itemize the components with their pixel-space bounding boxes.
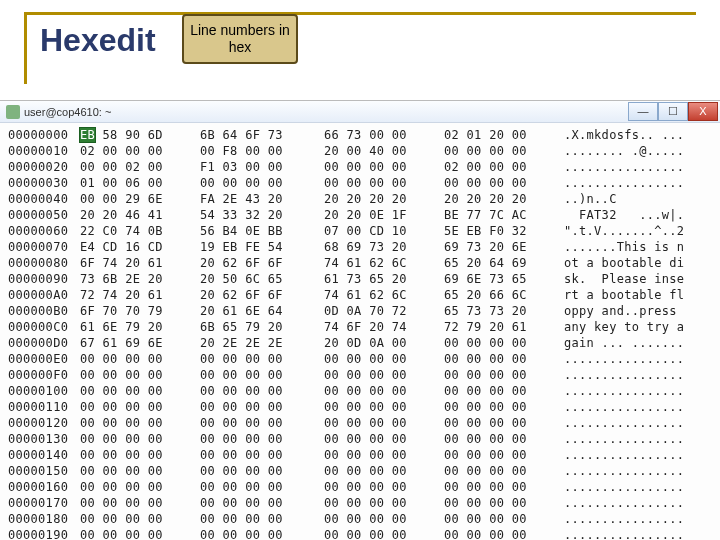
hex-group: 20 00 40 00 (324, 143, 444, 159)
ascii: ................ (564, 159, 712, 175)
hex-group: 6B 64 6F 73 (200, 127, 324, 143)
hex-row: 000000A072 74 20 61 20 62 6F 6F 74 61 62… (8, 287, 712, 303)
hex-group: 20 20 20 20 (324, 191, 444, 207)
hex-group: 00 00 00 00 (324, 431, 444, 447)
hex-group: 00 00 00 00 (80, 447, 200, 463)
hex-group: 69 73 20 6E (444, 239, 564, 255)
offset: 00000090 (8, 271, 80, 287)
hex-group: 00 00 00 00 (200, 415, 324, 431)
hex-group: 00 00 00 00 (80, 367, 200, 383)
offset: 00000010 (8, 143, 80, 159)
hex-group: 00 00 00 00 (444, 399, 564, 415)
hex-group: 6F 70 70 79 (80, 303, 200, 319)
hex-group: 00 00 00 00 (80, 351, 200, 367)
hex-row: 0000015000 00 00 00 00 00 00 00 00 00 00… (8, 463, 712, 479)
hex-group: 00 00 00 00 (324, 463, 444, 479)
offset: 00000080 (8, 255, 80, 271)
offset: 00000140 (8, 447, 80, 463)
ascii: ................ (564, 351, 712, 367)
hex-row: 0000016000 00 00 00 00 00 00 00 00 00 00… (8, 479, 712, 495)
hex-row: 0000012000 00 00 00 00 00 00 00 00 00 00… (8, 415, 712, 431)
hex-group: 00 00 00 00 (324, 479, 444, 495)
hex-row: 0000004000 00 29 6E FA 2E 43 20 20 20 20… (8, 191, 712, 207)
hex-group: 00 00 00 00 (80, 527, 200, 540)
offset: 00000130 (8, 431, 80, 447)
hex-group: 67 61 69 6E (80, 335, 200, 351)
hex-group: 07 00 CD 10 (324, 223, 444, 239)
hex-group: 20 50 6C 65 (200, 271, 324, 287)
hex-group: 00 00 00 00 (80, 511, 200, 527)
hex-group: 00 00 00 00 (200, 383, 324, 399)
offset: 00000150 (8, 463, 80, 479)
hex-group: 19 EB FE 54 (200, 239, 324, 255)
maximize-button[interactable]: ☐ (658, 102, 688, 121)
hex-group: 20 20 0E 1F (324, 207, 444, 223)
hex-group: 00 00 00 00 (444, 431, 564, 447)
hex-group: 00 00 00 00 (200, 351, 324, 367)
hex-group: 02 00 00 00 (444, 159, 564, 175)
hex-group: 00 00 00 00 (324, 447, 444, 463)
offset: 00000100 (8, 383, 80, 399)
hex-group: 74 61 62 6C (324, 287, 444, 303)
ascii: ................ (564, 383, 712, 399)
offset: 00000000 (8, 127, 80, 143)
close-button[interactable]: X (688, 102, 718, 121)
hex-row: 0000019000 00 00 00 00 00 00 00 00 00 00… (8, 527, 712, 540)
hex-group: 00 00 00 00 (80, 431, 200, 447)
hex-group: 65 20 66 6C (444, 287, 564, 303)
offset: 00000170 (8, 495, 80, 511)
hex-group: 00 00 00 00 (324, 399, 444, 415)
hex-group: 00 00 00 00 (444, 175, 564, 191)
hex-group: 72 79 20 61 (444, 319, 564, 335)
offset: 000000A0 (8, 287, 80, 303)
hex-group: 20 61 6E 64 (200, 303, 324, 319)
hex-group: 73 6B 2E 20 (80, 271, 200, 287)
ascii: ................ (564, 431, 712, 447)
hex-group: 20 0D 0A 00 (324, 335, 444, 351)
hex-row: 0000011000 00 00 00 00 00 00 00 00 00 00… (8, 399, 712, 415)
hex-group: 00 00 00 00 (444, 495, 564, 511)
slide-title: Hexedit (34, 22, 162, 59)
hex-group: 00 00 00 00 (444, 527, 564, 540)
hex-group: 00 00 00 00 (80, 399, 200, 415)
offset: 000000B0 (8, 303, 80, 319)
hex-group: 00 00 00 00 (200, 463, 324, 479)
hex-row: 000000F000 00 00 00 00 00 00 00 00 00 00… (8, 367, 712, 383)
ascii: rt a bootable fl (564, 287, 712, 303)
hex-group: 74 6F 20 74 (324, 319, 444, 335)
hex-group: 00 00 00 00 (444, 511, 564, 527)
offset: 00000060 (8, 223, 80, 239)
offset: 00000190 (8, 527, 80, 540)
hex-group: 00 00 00 00 (444, 367, 564, 383)
hex-dump[interactable]: 00000000EB 58 90 6D 6B 64 6F 73 66 73 00… (0, 123, 720, 540)
app-icon (6, 105, 20, 119)
offset: 00000180 (8, 511, 80, 527)
hex-group: 00 00 00 00 (444, 143, 564, 159)
callout-line-numbers: Line numbers in hex (182, 14, 298, 64)
hex-group: 54 33 32 20 (200, 207, 324, 223)
ascii: ..)n..C (564, 191, 712, 207)
cursor[interactable]: EB (80, 128, 95, 142)
hex-group: 00 00 00 00 (200, 175, 324, 191)
hex-group: 00 00 00 00 (200, 399, 324, 415)
offset: 00000030 (8, 175, 80, 191)
terminal-window: user@cop4610: ~ — ☐ X 00000000EB 58 90 6… (0, 100, 720, 540)
hex-group: E4 CD 16 CD (80, 239, 200, 255)
offset: 00000050 (8, 207, 80, 223)
ascii: sk. Please inse (564, 271, 712, 287)
hex-group: EB 58 90 6D (80, 127, 200, 143)
hex-row: 0000009073 6B 2E 20 20 50 6C 65 61 73 65… (8, 271, 712, 287)
offset: 00000120 (8, 415, 80, 431)
hex-row: 000000B06F 70 70 79 20 61 6E 64 0D 0A 70… (8, 303, 712, 319)
hex-group: 00 00 00 00 (200, 527, 324, 540)
ascii: .......This is n (564, 239, 712, 255)
hex-group: 68 69 73 20 (324, 239, 444, 255)
window-titlebar: user@cop4610: ~ — ☐ X (0, 101, 720, 123)
ascii: FAT32 ...w|. (564, 207, 712, 223)
hex-group: 00 00 00 00 (200, 367, 324, 383)
hex-group: 20 62 6F 6F (200, 255, 324, 271)
hex-group: 00 F8 00 00 (200, 143, 324, 159)
hex-group: 00 00 00 00 (200, 511, 324, 527)
minimize-button[interactable]: — (628, 102, 658, 121)
ascii: oppy and..press (564, 303, 712, 319)
